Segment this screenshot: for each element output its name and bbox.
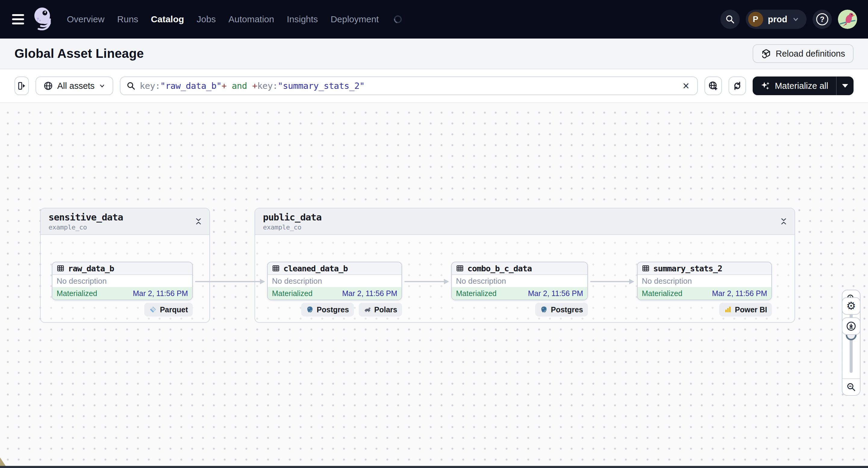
search-icon <box>126 81 135 90</box>
postgres-icon <box>540 306 548 313</box>
environment-switcher[interactable]: P prod <box>746 10 807 29</box>
menu-icon[interactable] <box>12 13 25 26</box>
asset-name: combo_b_c_data <box>467 264 532 273</box>
loading-spinner-icon <box>393 14 403 25</box>
materialization-timestamp[interactable]: Mar 2, 11:56 PM <box>712 289 767 298</box>
status-badge: Materialized <box>456 289 497 298</box>
download-graph-button[interactable] <box>842 317 861 335</box>
asset-name: summary_stats_2 <box>653 264 722 273</box>
asset-status-row: Materialized Mar 2, 11:56 PM <box>452 287 587 300</box>
nav-link-insights[interactable]: Insights <box>287 14 318 24</box>
tag-postgres[interactable]: Postgres <box>535 303 588 316</box>
nav-link-deployment[interactable]: Deployment <box>331 14 379 24</box>
asset-status-row: Materialized Mar 2, 11:56 PM <box>268 287 401 300</box>
tag-polars[interactable]: Polars <box>359 303 402 316</box>
zoom-out-button[interactable] <box>842 378 860 395</box>
nav-links: Overview Runs Catalog Jobs Automation In… <box>67 14 402 24</box>
asset-node-header: raw_data_b <box>53 262 192 275</box>
group-name: sensitive_data <box>49 212 123 223</box>
group-location: example_co <box>49 223 123 231</box>
gear-icon: ⚙ <box>846 301 856 311</box>
tag-parquet[interactable]: Parquet <box>144 303 193 316</box>
materialize-all-label: Materialize all <box>775 81 828 91</box>
asset-name: raw_data_b <box>68 264 114 273</box>
materialization-timestamp[interactable]: Mar 2, 11:56 PM <box>342 289 397 298</box>
page-header: Global Asset Lineage Reload definitions <box>0 38 868 69</box>
refresh-button[interactable] <box>728 76 746 95</box>
asset-tags: Power BI <box>637 303 772 316</box>
open-left-panel-button[interactable] <box>14 76 29 95</box>
asset-status-row: Materialized Mar 2, 11:56 PM <box>53 287 192 300</box>
powerbi-icon <box>724 306 732 313</box>
asset-description: No description <box>53 275 192 287</box>
zoom-out-icon <box>846 382 856 392</box>
table-icon <box>456 264 464 272</box>
asset-node-raw-data-b[interactable]: raw_data_b No description Materialized M… <box>52 262 193 300</box>
tag-label: Parquet <box>160 305 188 314</box>
page-title: Global Asset Lineage <box>14 46 144 61</box>
query-value-token: "raw_data_b" <box>160 81 222 91</box>
asset-node-combo-b-c-data[interactable]: combo_b_c_data No description Materializ… <box>451 262 588 300</box>
asset-description: No description <box>638 275 771 287</box>
environment-avatar: P <box>748 12 763 27</box>
nav-link-jobs[interactable]: Jobs <box>197 14 216 24</box>
help-icon: ? <box>816 13 828 25</box>
collapse-group-icon[interactable] <box>780 218 787 225</box>
asset-node-cleaned-data-b[interactable]: cleaned_data_b No description Materializ… <box>267 262 402 300</box>
asset-node-header: combo_b_c_data <box>452 262 587 275</box>
query-value-token: "summary_stats_2" <box>278 81 365 91</box>
chevron-down-icon <box>792 15 799 23</box>
nav-link-automation[interactable]: Automation <box>228 14 274 24</box>
nav-right: P prod ? <box>720 10 857 29</box>
materialization-timestamp[interactable]: Mar 2, 11:56 PM <box>528 289 583 298</box>
asset-tags: Postgres <box>451 303 588 316</box>
corner-artifact <box>0 458 6 467</box>
materialize-all-main[interactable]: Materialize all <box>753 76 836 95</box>
dagster-logo-icon[interactable] <box>33 7 53 32</box>
asset-node-summary-stats-2[interactable]: summary_stats_2 No description Materiali… <box>637 262 772 300</box>
download-icon <box>846 321 856 331</box>
tag-power-bi[interactable]: Power BI <box>719 303 772 316</box>
tag-label: Postgres <box>551 305 583 314</box>
top-nav: Overview Runs Catalog Jobs Automation In… <box>0 0 868 38</box>
asset-search-input[interactable]: key:"raw_data_b"+ and +key:"summary_stat… <box>120 76 698 95</box>
clear-search-icon[interactable]: × <box>681 80 691 92</box>
group-header[interactable]: sensitive_data example_co <box>41 209 209 235</box>
reload-definitions-button[interactable]: Reload definitions <box>753 44 854 63</box>
graph-settings-button[interactable]: ⚙ <box>842 297 861 315</box>
lineage-toolbar: All assets key:"raw_data_b"+ and +key:"s… <box>0 69 868 102</box>
query-and-token: and <box>226 81 252 91</box>
globe-plus-icon <box>708 81 718 91</box>
asset-scope-label: All assets <box>57 81 95 91</box>
help-button[interactable]: ? <box>813 10 832 29</box>
window-bottom-edge <box>0 466 868 468</box>
nav-link-overview[interactable]: Overview <box>67 14 104 24</box>
search-query-text: key:"raw_data_b"+ and +key:"summary_stat… <box>140 81 677 91</box>
tag-label: Polars <box>374 305 397 314</box>
lineage-graph-canvas[interactable]: sensitive_data example_co public_data ex… <box>0 102 868 468</box>
nav-link-catalog[interactable]: Catalog <box>151 14 184 24</box>
collapse-group-icon[interactable] <box>195 218 202 225</box>
caret-down-icon <box>842 84 848 88</box>
status-badge: Materialized <box>57 289 97 298</box>
tag-label: Power BI <box>735 305 767 314</box>
nav-link-runs[interactable]: Runs <box>117 14 138 24</box>
environment-name: prod <box>768 14 787 24</box>
query-plus-token: + <box>252 81 257 91</box>
materialize-all-button[interactable]: Materialize all <box>753 76 854 95</box>
materialize-options-button[interactable] <box>836 76 854 95</box>
asset-description: No description <box>452 275 587 287</box>
tag-postgres[interactable]: Postgres <box>301 303 354 316</box>
search-button[interactable] <box>720 10 740 29</box>
group-header[interactable]: public_data example_co <box>255 209 795 235</box>
status-badge: Materialized <box>642 289 682 298</box>
user-avatar[interactable] <box>838 10 857 29</box>
asset-description: No description <box>268 275 401 287</box>
asset-scope-dropdown[interactable]: All assets <box>35 76 113 95</box>
chevron-down-icon <box>99 83 105 89</box>
asset-name: cleaned_data_b <box>283 264 348 273</box>
materialization-timestamp[interactable]: Mar 2, 11:56 PM <box>133 289 188 298</box>
graph-query-button[interactable] <box>705 76 722 95</box>
query-plus-token: + <box>221 81 226 91</box>
edge-cleaned-to-combo <box>404 281 444 282</box>
